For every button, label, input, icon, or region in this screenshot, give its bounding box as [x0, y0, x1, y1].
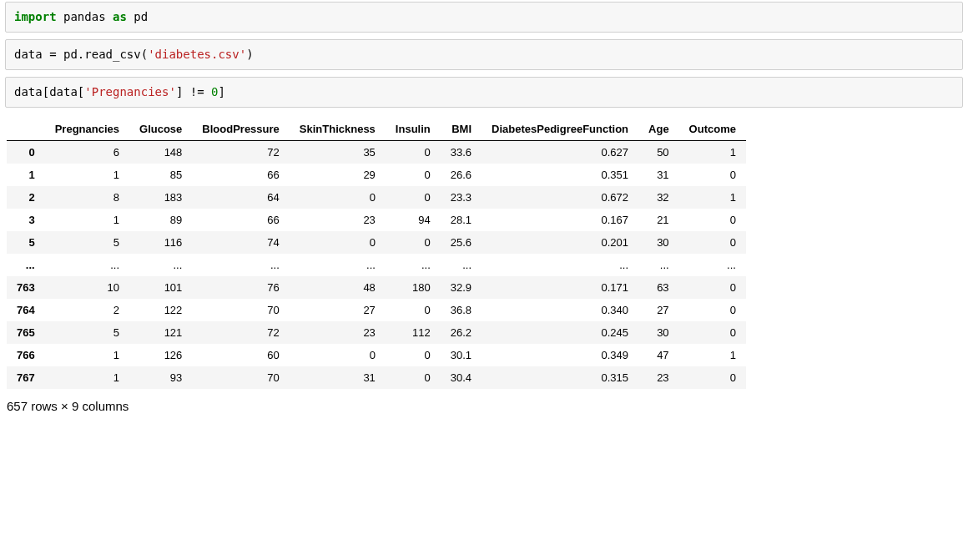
cell: 5 [45, 231, 129, 254]
cell: 1 [45, 344, 129, 366]
cell: 30.4 [441, 366, 482, 389]
code-input[interactable]: import pandas as pd [5, 2, 963, 33]
cell: 0 [679, 321, 746, 344]
token-code: data = pd.read_csv( [14, 48, 148, 61]
cell: 8 [45, 186, 129, 209]
cell: 0 [386, 344, 441, 366]
cell: ... [129, 254, 192, 276]
table-row: 7661126600030.10.349471 [7, 344, 746, 366]
row-index: 766 [7, 344, 45, 366]
table-row: 7655121722311226.20.245300 [7, 321, 746, 344]
table-row: 7671937031030.40.315230 [7, 366, 746, 389]
cell: 0 [386, 164, 441, 186]
token-string: 'Pregnancies' [84, 85, 176, 98]
dataframe-summary: 657 rows × 9 columns [7, 399, 963, 413]
row-index: 767 [7, 366, 45, 389]
row-index: 0 [7, 140, 45, 164]
col-header: Age [638, 118, 679, 141]
token-keyword: as [113, 10, 127, 23]
cell: 60 [192, 344, 289, 366]
cell: 36.8 [441, 299, 482, 321]
code-cell-2: data = pd.read_csv('diabetes.csv') [0, 39, 963, 70]
cell: 32 [638, 186, 679, 209]
code-cell-3: data[data['Pregnancies'] != 0] [0, 77, 963, 108]
col-header: Glucose [129, 118, 192, 141]
cell: 33.6 [441, 140, 482, 164]
code-input[interactable]: data[data['Pregnancies'] != 0] [5, 77, 963, 108]
code-cell-1: import pandas as pd [0, 2, 963, 33]
table-row: 55116740025.60.201300 [7, 231, 746, 254]
cell: 70 [192, 299, 289, 321]
cell: 21 [638, 209, 679, 231]
cell: ... [290, 254, 386, 276]
cell: 1 [45, 366, 129, 389]
header-row: Pregnancies Glucose BloodPressure SkinTh… [7, 118, 746, 141]
row-index: 2 [7, 186, 45, 209]
token-name: pandas [63, 10, 106, 23]
col-header: Insulin [386, 118, 441, 141]
cell: 31 [290, 366, 386, 389]
cell: 0.167 [482, 209, 638, 231]
cell: 122 [129, 299, 192, 321]
cell: 0 [679, 276, 746, 299]
cell: 23 [290, 321, 386, 344]
cell: 1 [45, 209, 129, 231]
table-row: 061487235033.60.627501 [7, 140, 746, 164]
row-index: 764 [7, 299, 45, 321]
col-header: Pregnancies [45, 118, 129, 141]
table-row: 76310101764818032.90.171630 [7, 276, 746, 299]
cell: 0.171 [482, 276, 638, 299]
cell: ... [482, 254, 638, 276]
cell: 0.672 [482, 186, 638, 209]
cell: 50 [638, 140, 679, 164]
cell: 47 [638, 344, 679, 366]
row-index: 765 [7, 321, 45, 344]
cell: 72 [192, 140, 289, 164]
cell: 23 [290, 209, 386, 231]
cell: 0 [290, 186, 386, 209]
col-header: BloodPressure [192, 118, 289, 141]
cell: 48 [290, 276, 386, 299]
cell: 0 [679, 299, 746, 321]
token-code: data[data[ [14, 85, 84, 98]
cell: 27 [290, 299, 386, 321]
cell: 0 [290, 231, 386, 254]
cell: 72 [192, 321, 289, 344]
cell: 0.201 [482, 231, 638, 254]
col-header: SkinThickness [290, 118, 386, 141]
cell: 29 [290, 164, 386, 186]
cell: 30 [638, 321, 679, 344]
cell: 74 [192, 231, 289, 254]
cell: 6 [45, 140, 129, 164]
cell: 0 [386, 186, 441, 209]
token-name: pd [134, 10, 148, 23]
cell: 26.6 [441, 164, 482, 186]
output-dataframe: Pregnancies Glucose BloodPressure SkinTh… [7, 118, 963, 389]
cell: 121 [129, 321, 192, 344]
cell: 0 [386, 299, 441, 321]
cell: 0.315 [482, 366, 638, 389]
cell: 0.349 [482, 344, 638, 366]
table-row: 318966239428.10.167210 [7, 209, 746, 231]
cell: 76 [192, 276, 289, 299]
cell: 116 [129, 231, 192, 254]
cell: 0 [386, 231, 441, 254]
cell: 1 [679, 140, 746, 164]
token-code: ) [246, 48, 253, 61]
code-input[interactable]: data = pd.read_csv('diabetes.csv') [5, 39, 963, 70]
cell: 32.9 [441, 276, 482, 299]
cell: 70 [192, 366, 289, 389]
cell: 23 [638, 366, 679, 389]
cell: 93 [129, 366, 192, 389]
dataframe-table: Pregnancies Glucose BloodPressure SkinTh… [7, 118, 746, 389]
cell: 66 [192, 164, 289, 186]
col-header: Outcome [679, 118, 746, 141]
cell: 26.2 [441, 321, 482, 344]
cell: 94 [386, 209, 441, 231]
row-index: 3 [7, 209, 45, 231]
cell: 63 [638, 276, 679, 299]
row-index: ... [7, 254, 45, 276]
cell: 1 [679, 186, 746, 209]
cell: 2 [45, 299, 129, 321]
cell: 0.340 [482, 299, 638, 321]
